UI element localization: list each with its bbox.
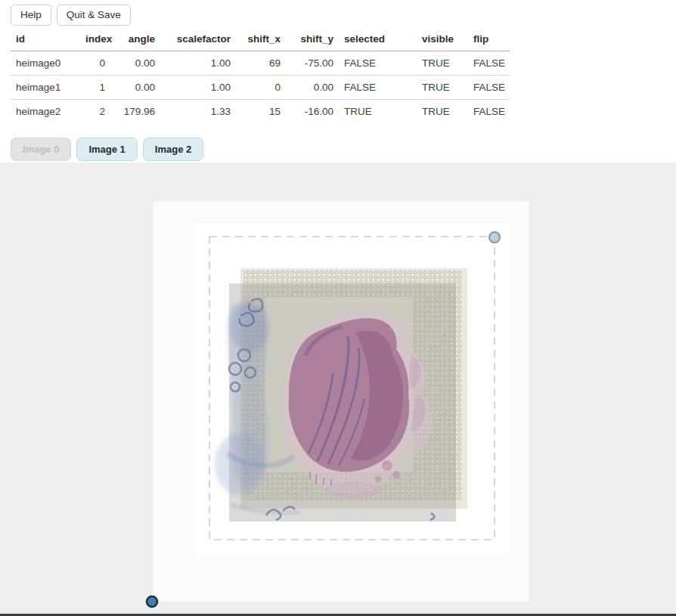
col-header-flip: flip: [468, 29, 510, 51]
cell-angle: 179.96: [110, 100, 160, 124]
images-table: id index angle scalefactor shift_x shift…: [11, 29, 510, 123]
tab-image-2[interactable]: Image 2: [143, 138, 203, 161]
cell-shift-y: -16.00: [286, 100, 339, 124]
cell-shift-x: 69: [236, 51, 286, 76]
quit-save-button[interactable]: Quit & Save: [57, 5, 131, 26]
cell-id: heimage2: [11, 100, 80, 124]
image-tabs: Image 0 Image 1 Image 2: [11, 138, 203, 161]
table-row: heimage2 2 179.96 1.33 15 -16.00 TRUE TR…: [11, 100, 510, 124]
cell-selected: FALSE: [339, 51, 417, 76]
cell-angle: 0.00: [110, 51, 160, 76]
tab-image-1[interactable]: Image 1: [76, 138, 137, 161]
help-button[interactable]: Help: [11, 5, 51, 26]
image-viewer-canvas[interactable]: [0, 163, 676, 616]
col-header-scalefactor: scalefactor: [160, 29, 236, 51]
cell-scalefactor: 1.33: [160, 100, 236, 124]
cell-visible: TRUE: [417, 76, 468, 100]
col-header-selected: selected: [339, 29, 417, 51]
cell-scalefactor: 1.00: [160, 51, 236, 76]
col-header-id: id: [11, 29, 80, 51]
cell-visible: TRUE: [417, 100, 468, 124]
cell-flip: FALSE: [468, 76, 510, 100]
table-header-row: id index angle scalefactor shift_x shift…: [11, 29, 510, 51]
drag-handle-icon[interactable]: [147, 596, 157, 607]
cell-shift-x: 15: [236, 100, 286, 124]
cell-shift-y: 0.00: [286, 76, 339, 100]
cell-index: 0: [80, 51, 110, 76]
rotate-handle-icon[interactable]: [489, 232, 500, 243]
cell-selected: TRUE: [339, 100, 417, 124]
cell-scalefactor: 1.00: [160, 76, 236, 100]
col-header-shift-x: shift_x: [236, 29, 286, 51]
cell-shift-x: 0: [236, 76, 286, 100]
cell-id: heimage0: [11, 51, 80, 76]
col-header-angle: angle: [110, 29, 160, 51]
col-header-shift-y: shift_y: [286, 29, 339, 51]
cell-visible: TRUE: [417, 51, 468, 76]
cell-selected: FALSE: [339, 76, 417, 100]
toolbar: Help Quit & Save: [11, 5, 131, 26]
cell-index: 2: [80, 100, 110, 124]
col-header-index: index: [80, 29, 110, 51]
cell-angle: 0.00: [110, 76, 160, 100]
cell-index: 1: [80, 76, 110, 100]
cell-shift-y: -75.00: [286, 51, 339, 76]
table-row: heimage1 1 0.00 1.00 0 0.00 FALSE TRUE F…: [11, 76, 510, 100]
cell-id: heimage1: [11, 76, 80, 100]
col-header-visible: visible: [417, 29, 468, 51]
tab-image-0[interactable]: Image 0: [11, 138, 71, 161]
app-window: Help Quit & Save id index angle scalefac…: [0, 0, 676, 616]
cell-flip: FALSE: [468, 51, 510, 76]
canvas-area: [0, 163, 676, 616]
cell-flip: FALSE: [468, 100, 510, 124]
table-row: heimage0 0 0.00 1.00 69 -75.00 FALSE TRU…: [11, 51, 510, 76]
